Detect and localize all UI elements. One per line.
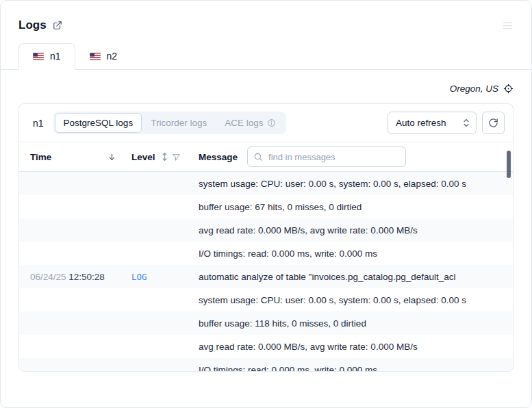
refresh-icon [488,118,498,128]
table-row[interactable]: I/O timings: read: 0.000 ms, write: 0.00… [19,242,513,265]
find-in-messages-input[interactable] [247,146,406,167]
postgresql-logs-button[interactable]: PostgreSQL logs [55,113,142,133]
auto-refresh-label: Auto refresh [396,118,446,128]
vertical-scrollbar-thumb[interactable] [507,151,511,178]
time-column-label: Time [30,152,51,162]
message-cell: automatic analyze of table "invoices.pg_… [199,272,513,282]
region-label: Oregon, US [450,84,498,94]
us-flag-icon [90,53,101,60]
node-tabs: n1 n2 [1,43,531,70]
table-row[interactable]: system usage: CPU: user: 0.00 s, system:… [19,172,513,195]
message-cell: I/O timings: read: 0.000 ms, write: 0.00… [199,248,513,259]
message-cell: avg read rate: 0.000 MB/s, avg write rat… [199,225,513,235]
column-header-message: Message [199,146,513,167]
crosshair-icon[interactable] [503,84,514,94]
external-link-icon[interactable] [53,21,62,30]
tab-n2[interactable]: n2 [75,43,132,70]
sort-down-icon[interactable] [107,153,116,162]
log-type-segmented-control: PostgreSQL logs Tricorder logs ACE logs [53,112,287,134]
page-header: Logs [1,1,531,32]
table-row[interactable]: avg read rate: 0.000 MB/s, avg write rat… [19,218,513,242]
filter-icon[interactable] [172,153,181,162]
message-cell: system usage: CPU: user: 0.00 s, system:… [199,295,513,305]
search-icon [253,152,263,162]
select-chevrons-icon [463,118,470,128]
tab-n1[interactable]: n1 [18,43,75,70]
column-header-level[interactable]: Level [131,152,199,162]
node-label: n1 [33,118,44,129]
level-column-label: Level [131,152,155,162]
region-row: Oregon, US [1,70,531,103]
tab-label: n1 [50,51,61,62]
menu-icon[interactable] [502,20,514,31]
tricorder-logs-button[interactable]: Tricorder logs [142,113,216,133]
message-cell: system usage: CPU: user: 0.00 s, system:… [199,179,513,189]
logs-toolbar: n1 PostgreSQL logs Tricorder logs ACE lo… [19,104,513,142]
ace-logs-label: ACE logs [225,118,263,128]
page-title: Logs [18,18,47,32]
message-cell: I/O timings: read: 0.000 ms, write: 0.00… [199,365,513,372]
message-cell: buffer usage: 67 hits, 0 misses, 0 dirti… [199,202,513,212]
message-cell: avg read rate: 0.000 MB/s, avg write rat… [199,342,513,352]
level-cell: LOG [131,272,199,282]
logs-panel: Logs n1 n2 Oregon, US [0,0,532,408]
message-column-label: Message [199,152,238,162]
table-row[interactable]: 06/24/25 12:50:28LOGautomatic analyze of… [19,265,513,288]
ace-logs-button[interactable]: ACE logs [216,113,285,133]
tab-label: n2 [107,51,118,62]
table-row[interactable]: I/O timings: read: 0.000 ms, write: 0.00… [19,358,513,372]
table-row[interactable]: buffer usage: 67 hits, 0 misses, 0 dirti… [19,195,513,218]
time-cell: 06/24/25 12:50:28 [30,272,131,282]
sort-updown-icon[interactable] [161,152,168,162]
auto-refresh-select[interactable]: Auto refresh [388,112,477,134]
table-row[interactable]: avg read rate: 0.000 MB/s, avg write rat… [19,335,513,358]
log-table-header: Time Level Message [19,142,513,172]
table-row[interactable]: system usage: CPU: user: 0.00 s, system:… [19,288,513,311]
log-table-body: system usage: CPU: user: 0.00 s, system:… [19,172,513,372]
message-cell: buffer usage: 118 hits, 0 misses, 0 dirt… [199,318,513,329]
column-header-time[interactable]: Time [30,152,131,162]
info-icon [267,118,276,127]
table-row[interactable]: buffer usage: 118 hits, 0 misses, 0 dirt… [19,311,513,335]
logs-card: n1 PostgreSQL logs Tricorder logs ACE lo… [18,103,514,372]
refresh-button[interactable] [482,112,505,134]
us-flag-icon [33,53,44,60]
